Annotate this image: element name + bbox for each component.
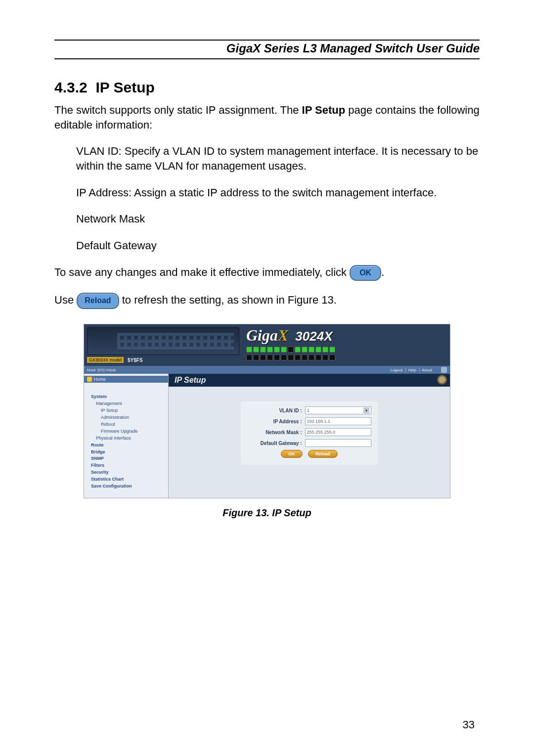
sidebar-item-reboot[interactable]: Reboot — [91, 421, 165, 428]
port-led — [281, 347, 287, 353]
network-mask-input[interactable]: 255.255.255.0 — [305, 428, 371, 436]
sidebar-home[interactable]: Home — [84, 376, 168, 383]
app-screenshot: GX3024X model $Y$FS GigaX 3024X — [84, 324, 450, 498]
device-image — [87, 327, 239, 355]
bullet-mask: Network Mask — [76, 212, 480, 226]
default-gateway-input[interactable] — [305, 439, 371, 447]
model-bar: GX3024X model $Y$FS — [87, 357, 239, 363]
home-icon — [87, 377, 92, 382]
port-led-row — [246, 347, 450, 353]
doc-header-title: GigaX Series L3 Managed Switch User Guid… — [54, 42, 480, 58]
row-vlan-id: VLAN ID : 1 ▾ — [248, 406, 371, 414]
status-host: Host: STC+Host — [87, 368, 116, 372]
sidebar-item-snmp[interactable]: SNMP — [91, 455, 165, 462]
brand-logo: GigaX 3024X — [242, 326, 450, 345]
port-led — [329, 355, 335, 360]
figure-caption: Figure 13. IP Setup — [54, 507, 480, 519]
port-led — [302, 355, 308, 360]
header-rule — [54, 58, 480, 59]
row-default-gateway: Default Gateway : — [248, 439, 371, 447]
text-bold: IP Setup — [302, 104, 346, 116]
bullet-ip: IP Address: Assign a static IP address t… — [76, 185, 480, 200]
os-label: $Y$FS — [128, 357, 143, 363]
sidebar-item-save-config[interactable]: Save Configuration — [91, 483, 165, 490]
sidebar-item-filters[interactable]: Filters — [91, 462, 165, 469]
chevron-down-icon: ▾ — [363, 407, 369, 413]
port-led — [260, 347, 266, 353]
section-number: 4.3.2 — [54, 79, 88, 95]
page-number: 33 — [463, 718, 475, 731]
sidebar-item-system[interactable]: System — [91, 394, 165, 400]
sidebar-tree: System Management IP Setup Administratio… — [84, 383, 168, 493]
bullet-gateway: Default Gateway — [76, 238, 480, 253]
sidebar-item-firmware[interactable]: Firmware Upgrade — [91, 428, 165, 435]
gear-icon — [437, 375, 447, 385]
vlan-id-select[interactable]: 1 ▾ — [305, 406, 371, 414]
sidebar: Home System Management IP Setup Administ… — [84, 374, 169, 498]
port-led — [260, 355, 266, 360]
status-links: Logout Help About — [389, 368, 434, 372]
port-led — [288, 347, 294, 353]
brand-x: X — [278, 326, 288, 344]
sidebar-item-route[interactable]: Route — [91, 442, 165, 449]
row-ip-address: IP Address : 192.168.1.1 — [248, 417, 371, 425]
port-led — [295, 355, 301, 360]
port-led — [302, 347, 308, 353]
app-body: Home System Management IP Setup Administ… — [84, 374, 450, 498]
ip-address-input[interactable]: 192.168.1.1 — [305, 417, 371, 425]
bullet-vlan: VLAN ID: Specify a VLAN ID to system man… — [76, 144, 480, 173]
port-led-row — [246, 355, 450, 360]
model-badge: GX3024X model — [87, 357, 124, 363]
port-led — [315, 355, 321, 360]
logout-link[interactable]: Logout — [389, 368, 404, 372]
port-led — [329, 347, 335, 353]
text: The switch supports only static IP assig… — [54, 104, 302, 116]
port-led — [322, 347, 328, 353]
port-led — [253, 347, 259, 353]
reload-paragraph: Use Reload to refresh the setting, as sh… — [54, 293, 480, 309]
sidebar-item-ip-setup[interactable]: IP Setup — [91, 407, 165, 414]
document-page: GigaX Series L3 Managed Switch User Guid… — [0, 0, 534, 756]
save-icon[interactable] — [441, 367, 447, 373]
ip-address-label: IP Address : — [248, 419, 302, 424]
port-led — [274, 347, 280, 353]
main-panel: IP Setup VLAN ID : 1 ▾ IP Address : — [169, 374, 450, 498]
sidebar-home-label: Home — [94, 377, 106, 382]
port-led — [267, 355, 273, 360]
default-gateway-label: Default Gateway : — [248, 441, 302, 446]
app-header: GX3024X model $Y$FS GigaX 3024X — [84, 324, 450, 366]
form-reload-button[interactable]: Reload — [308, 450, 338, 458]
network-mask-label: Network Mask : — [248, 430, 302, 435]
text: To save any changes and make it effectiv… — [54, 266, 350, 278]
port-led — [295, 347, 301, 353]
port-led — [246, 355, 252, 360]
port-led — [288, 355, 294, 360]
row-network-mask: Network Mask : 255.255.255.0 — [248, 428, 371, 436]
intro-paragraph: The switch supports only static IP assig… — [54, 103, 480, 132]
sidebar-item-management[interactable]: Management — [91, 400, 165, 407]
ip-setup-form: VLAN ID : 1 ▾ IP Address : 192.168.1.1 N… — [241, 401, 378, 465]
sidebar-item-bridge[interactable]: Bridge — [91, 449, 165, 456]
port-led — [274, 355, 280, 360]
brand-text: Giga — [246, 326, 278, 344]
form-ok-button[interactable]: OK — [281, 450, 303, 458]
status-bar: Host: STC+Host Logout Help About — [84, 366, 450, 374]
sidebar-item-administration[interactable]: Administration — [91, 414, 165, 421]
port-led — [315, 347, 321, 353]
vlan-id-label: VLAN ID : — [248, 408, 302, 413]
sidebar-item-statistics[interactable]: Statistics Chart — [91, 476, 165, 483]
sidebar-item-physical-interface[interactable]: Physical Interface — [91, 435, 165, 442]
port-led — [267, 347, 273, 353]
brand-model: 3024X — [295, 329, 332, 344]
save-paragraph: To save any changes and make it effectiv… — [54, 265, 480, 281]
header-rule — [54, 40, 480, 41]
ok-button[interactable]: OK — [350, 265, 381, 281]
help-link[interactable]: Help — [405, 368, 418, 372]
about-link[interactable]: About — [419, 368, 434, 372]
vlan-id-value: 1 — [307, 408, 310, 413]
panel-title: IP Setup — [175, 376, 206, 384]
reload-button[interactable]: Reload — [77, 293, 119, 309]
form-buttons: OK Reload — [248, 450, 371, 458]
sidebar-item-security[interactable]: Security — [91, 469, 165, 476]
text: . — [381, 266, 384, 278]
